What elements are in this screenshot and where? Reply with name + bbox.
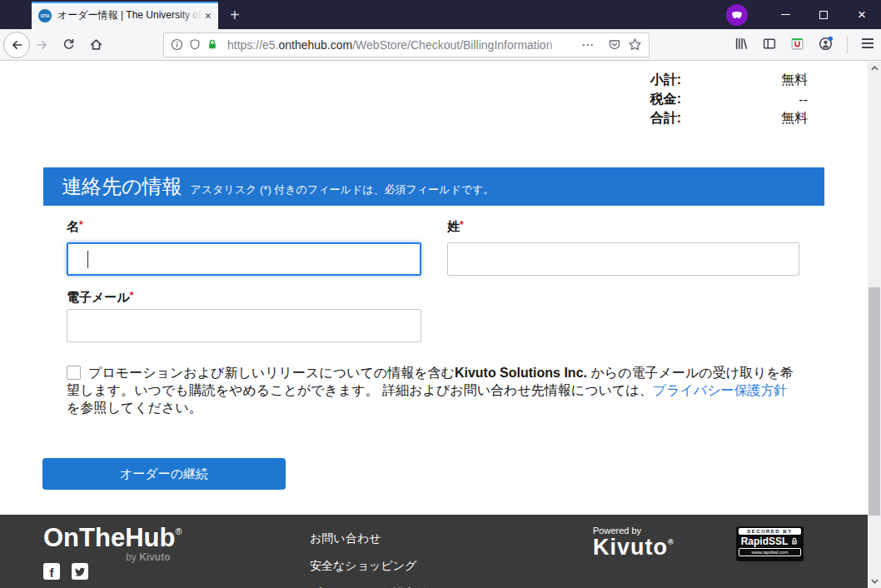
subtotal-label: 小計: [581, 72, 681, 89]
summary-row-tax: 税金: -- [581, 90, 808, 109]
tax-label: 税金: [581, 91, 681, 108]
extension-icon[interactable] [790, 37, 804, 54]
footer-links: お問い合わせ 安全なショッピング プライバシー保護方針 [310, 531, 428, 588]
continue-order-button[interactable]: オーダーの継続 [42, 458, 286, 490]
summary-row-subtotal: 小計: 無料 [581, 71, 808, 90]
privacy-policy-link[interactable]: プライバシー保護方針 [653, 383, 788, 397]
section-subtitle: アスタリスク (*) 付きのフィールドは、必須フィールドです。 [191, 182, 495, 197]
last-name-label: 姓* [447, 219, 464, 235]
https-lock-icon[interactable] [207, 38, 218, 51]
required-asterisk: * [79, 219, 83, 231]
required-asterisk: * [460, 219, 464, 231]
forward-arrow-icon [36, 38, 49, 52]
summary-row-total: 合計: 無料 [581, 109, 808, 128]
reload-button[interactable] [55, 38, 82, 51]
sidebar-toggle-icon[interactable] [762, 37, 777, 54]
page-actions-icon[interactable]: ⋯ [581, 37, 595, 52]
powered-by-kivuto-logo: Powered by Kivuto® [593, 526, 674, 559]
email-label: 電子メール* [67, 290, 133, 306]
reload-icon [62, 38, 75, 51]
pocket-icon[interactable] [608, 38, 621, 52]
first-name-label: 名* [67, 219, 83, 235]
last-name-input[interactable] [447, 242, 799, 276]
facebook-icon[interactable]: f [43, 563, 60, 580]
page-footer: OnTheHub® by Kivuto f お問い合わせ 安全なショッピング プ… [0, 515, 868, 588]
section-title: 連絡先の情報 [62, 167, 182, 206]
home-button[interactable] [82, 37, 110, 52]
tab-bar: OTH オーダー情報 | The University of T × + × [0, 0, 881, 29]
bookmark-star-icon[interactable] [628, 37, 642, 52]
social-icons: f [43, 563, 88, 580]
ssl-site-url: www.rapidssl.com [739, 548, 801, 556]
promo-consent-checkbox[interactable] [67, 366, 81, 380]
order-summary: 小計: 無料 税金: -- 合計: 無料 [581, 71, 808, 128]
browser-tab[interactable]: OTH オーダー情報 | The University of T × [32, 2, 218, 29]
window-maximize-button[interactable] [804, 0, 843, 29]
library-icon[interactable] [734, 37, 749, 54]
rapidssl-seal[interactable]: SECURED BY RapidSSL www.rapidssl.com [736, 526, 804, 561]
new-tab-button[interactable]: + [230, 2, 240, 29]
text-caret [87, 251, 88, 268]
ssl-brand: RapidSSL [741, 536, 799, 547]
tax-value: -- [681, 92, 808, 107]
maximize-icon [819, 11, 828, 19]
scrollbar-up-arrow[interactable] [868, 62, 881, 75]
toolbar-divider [847, 36, 848, 54]
private-browsing-mask-icon [726, 4, 748, 26]
first-name-input[interactable] [67, 242, 421, 276]
page-info-icon[interactable] [171, 38, 183, 51]
forward-button[interactable] [30, 38, 55, 52]
ssl-secured-by: SECURED BY [739, 528, 801, 535]
subtotal-value: 無料 [681, 72, 808, 89]
window-close-button[interactable]: × [843, 0, 881, 29]
tracking-protection-shield-icon[interactable] [189, 38, 201, 51]
promo-consent-text: プロモーションおよび新しいリリースについての情報を含むKivuto Soluti… [67, 364, 794, 416]
page-scrollbar[interactable] [868, 62, 881, 588]
menu-hamburger-icon[interactable] [861, 37, 874, 52]
minimize-icon [781, 14, 790, 15]
home-icon [89, 37, 103, 52]
close-icon: × [858, 7, 866, 22]
account-icon[interactable] [818, 36, 834, 54]
url-text: https://e5.onthehub.com/WebStore/Checkou… [227, 38, 578, 52]
site-favicon: OTH [38, 9, 52, 22]
tab-close-icon[interactable]: × [205, 10, 212, 22]
section-header: 連絡先の情報 アスタリスク (*) 付きのフィールドは、必須フィールドです。 [43, 167, 824, 206]
required-asterisk: * [130, 290, 134, 301]
total-label: 合計: [581, 110, 681, 127]
footer-link-secure-shopping[interactable]: 安全なショッピング [310, 559, 428, 574]
window-minimize-button[interactable] [766, 0, 804, 29]
back-button[interactable] [3, 32, 30, 58]
ssl-padlock-icon [790, 537, 799, 546]
tab-title: オーダー情報 | The University of T [57, 8, 202, 22]
company-name: Kivuto Solutions Inc. [455, 366, 587, 380]
email-input[interactable] [67, 309, 421, 342]
url-bar[interactable]: https://e5.onthehub.com/WebStore/Checkou… [163, 32, 650, 57]
scrollbar-down-arrow[interactable] [868, 575, 881, 588]
back-arrow-icon [10, 38, 23, 52]
onthehub-logo: OnTheHub® by Kivuto [43, 525, 182, 563]
scrollbar-thumb[interactable] [869, 287, 880, 516]
browser-toolbar: https://e5.onthehub.com/WebStore/Checkou… [0, 29, 881, 61]
page-content: 小計: 無料 税金: -- 合計: 無料 連絡先の情報 アスタリスク (*) 付… [0, 62, 881, 588]
footer-link-contact[interactable]: お問い合わせ [310, 531, 428, 546]
twitter-icon[interactable] [72, 563, 88, 580]
total-value: 無料 [681, 110, 808, 127]
